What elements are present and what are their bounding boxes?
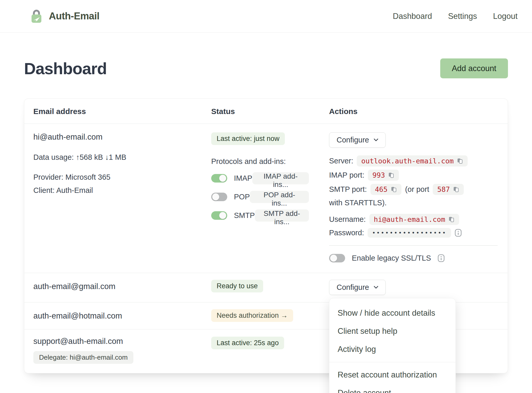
protocols-label: Protocols and add-ins: — [211, 157, 322, 166]
menu-item-show-hide-details[interactable]: Show / hide account details — [329, 304, 455, 322]
toggle-knob — [212, 193, 219, 200]
protocol-row-pop: POP POP add-ins... — [211, 191, 322, 203]
smtp-port-line: SMTP port: 465 (or port 587 — [329, 184, 500, 207]
server-value: outlook.auth-email.com — [361, 157, 454, 165]
menu-divider — [329, 362, 455, 362]
imap-port-line: IMAP port: 993 — [329, 170, 500, 181]
nav-logout[interactable]: Logout — [493, 12, 518, 21]
configure-label: Configure — [337, 136, 369, 144]
smtp-alt-port-value: 587 — [437, 185, 450, 193]
main-content: Dashboard Add account Email address Stat… — [0, 58, 532, 373]
copy-icon[interactable] — [453, 186, 459, 193]
protocol-row-imap: IMAP IMAP add-ins... — [211, 172, 322, 184]
legacy-ssl-label: Enable legacy SSL/TLS — [352, 254, 431, 262]
account-email: hi@auth-email.com — [33, 132, 202, 142]
pop-toggle[interactable] — [211, 193, 227, 201]
accounts-table: Email address Status Actions hi@auth-ema… — [24, 99, 508, 373]
app-nav: Dashboard Settings Logout — [393, 12, 518, 21]
nav-settings[interactable]: Settings — [448, 12, 477, 21]
password-label: Password: — [329, 229, 364, 237]
protocol-name: SMTP — [234, 211, 255, 220]
password-chip: ••••••••••••••••• — [368, 228, 451, 238]
account-email: auth-email@gmail.com — [33, 282, 115, 291]
copy-icon[interactable] — [391, 186, 397, 193]
smtp-addins-button[interactable]: SMTP add-ins... — [255, 209, 309, 222]
actions-cell: Configure Show / hide account details Cl… — [322, 273, 508, 302]
actions-divider — [329, 245, 498, 246]
configure-button[interactable]: Configure — [329, 132, 386, 148]
smtp-alt-post: with STARTTLS). — [329, 199, 387, 207]
imap-toggle[interactable] — [211, 174, 227, 183]
configure-menu: Show / hide account details Client setup… — [329, 298, 456, 393]
legacy-ssl-row: Enable legacy SSL/TLS — [329, 254, 500, 262]
protocol-name: POP — [234, 193, 250, 201]
info-icon[interactable] — [455, 229, 462, 237]
menu-item-delete-account[interactable]: Delete account — [329, 384, 455, 393]
status-badge: Last active: just now — [211, 132, 285, 145]
status-badge[interactable]: Needs authorization → — [211, 309, 293, 322]
status-cell: Needs authorization → — [202, 303, 322, 329]
toggle-knob — [219, 175, 226, 182]
status-badge: Ready to use — [211, 280, 263, 292]
username-line: Username: hi@auth-email.com — [329, 214, 500, 225]
configure-button[interactable]: Configure — [329, 280, 386, 295]
copy-icon[interactable] — [457, 157, 463, 165]
status-cell: Ready to use — [202, 273, 322, 300]
copy-icon[interactable] — [448, 216, 455, 223]
username-label: Username: — [329, 215, 366, 224]
page-head: Dashboard Add account — [24, 58, 508, 78]
email-cell: auth-email@hotmail.com — [24, 303, 202, 328]
email-cell: support@auth-email.com Delegate: hi@auth… — [24, 329, 202, 373]
smtp-port-value: 465 — [375, 185, 387, 193]
client-text: Client: Auth-Email — [33, 186, 202, 195]
app-logo-icon — [30, 9, 43, 24]
add-account-button[interactable]: Add account — [440, 58, 508, 78]
nav-dashboard[interactable]: Dashboard — [393, 12, 432, 21]
imap-addins-button[interactable]: IMAP add-ins... — [252, 172, 309, 184]
smtp-port-chip: 465 — [370, 184, 401, 195]
toggle-knob — [219, 212, 226, 219]
pop-addins-button[interactable]: POP add-ins... — [250, 191, 309, 203]
imap-port-value: 993 — [372, 171, 385, 179]
smtp-toggle[interactable] — [211, 211, 227, 220]
configure-label: Configure — [337, 283, 369, 292]
status-cell: Last active: 25s ago — [202, 329, 322, 359]
brand-name: Auth-Email — [49, 11, 100, 22]
password-line: Password: ••••••••••••••••• — [329, 228, 500, 238]
app-header: Auth-Email Dashboard Settings Logout — [0, 0, 532, 33]
smtp-alt-pre: (or port — [405, 185, 429, 194]
username-value: hi@auth-email.com — [374, 215, 445, 223]
password-mask: ••••••••••••••••• — [372, 230, 447, 236]
protocol-row-smtp: SMTP SMTP add-ins... — [211, 209, 322, 222]
imap-port-chip: 993 — [368, 170, 399, 181]
menu-item-client-setup-help[interactable]: Client setup help — [329, 322, 455, 340]
server-line: Server: outlook.auth-email.com — [329, 155, 500, 167]
account-email: support@auth-email.com — [33, 337, 202, 346]
table-row: hi@auth-email.com Data usage: ↑568 kB ↓1… — [24, 124, 508, 273]
protocol-name: IMAP — [234, 174, 252, 183]
email-cell: hi@auth-email.com Data usage: ↑568 kB ↓1… — [24, 124, 202, 205]
page-title: Dashboard — [24, 59, 107, 78]
copy-icon[interactable] — [388, 171, 394, 179]
legacy-ssl-toggle[interactable] — [329, 254, 345, 262]
menu-item-reset-authorization[interactable]: Reset account authorization — [329, 366, 455, 384]
smtp-alt-port-chip: 587 — [433, 184, 464, 195]
actions-cell: Configure Server: outlook.auth-email.com — [322, 124, 508, 273]
table-header-row: Email address Status Actions — [24, 99, 508, 124]
delegate-chip-wrap: Delegate: hi@auth-email.com — [33, 351, 202, 364]
brand: Auth-Email — [30, 9, 100, 24]
info-icon[interactable] — [438, 254, 445, 262]
smtp-port-label: SMTP port: — [329, 185, 367, 194]
data-usage-text: Data usage: ↑568 kB ↓1 MB — [33, 153, 202, 162]
column-header-actions: Actions — [322, 107, 508, 116]
column-header-email: Email address — [24, 107, 202, 116]
chevron-down-icon — [374, 139, 378, 141]
username-chip: hi@auth-email.com — [369, 214, 459, 225]
provider-text: Provider: Microsoft 365 — [33, 173, 202, 182]
server-label: Server: — [329, 157, 353, 165]
menu-item-activity-log[interactable]: Activity log — [329, 340, 455, 358]
email-cell: auth-email@gmail.com — [24, 273, 202, 298]
account-email: auth-email@hotmail.com — [33, 311, 122, 321]
column-header-status: Status — [202, 107, 322, 116]
table-row: auth-email@gmail.com Ready to use Config… — [24, 273, 508, 302]
